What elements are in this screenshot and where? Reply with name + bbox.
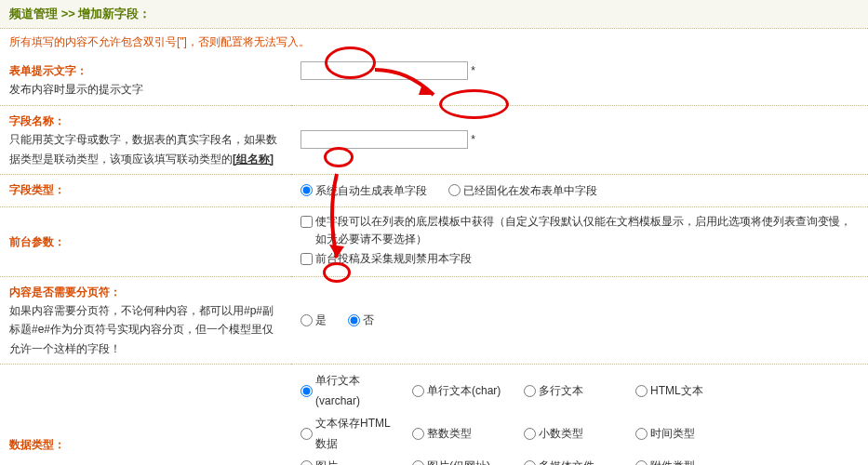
input-field-name[interactable]	[300, 130, 468, 149]
annotation-arrow-1	[370, 65, 454, 112]
svg-marker-1	[329, 245, 344, 258]
required-star: *	[471, 64, 475, 77]
radio-datatype-option[interactable]: 小数类型	[524, 413, 617, 454]
label-prompt-title: 表单提示文字：	[9, 61, 282, 80]
radio-datatype-option[interactable]: 单行文本(char)	[412, 370, 505, 411]
label-pagebreak-title: 内容是否需要分页符：	[9, 283, 282, 301]
annotation-arrow-2	[326, 172, 372, 265]
breadcrumb-page: 增加新字段：	[78, 7, 151, 20]
radio-datatype-option[interactable]: 文本保存HTML数据	[300, 413, 394, 454]
label-pagebreak-desc: 如果内容需要分页符，不论何种内容，都可以用#p#副标题#e#作为分页符号实现内容…	[9, 304, 274, 355]
radio-fieldtype-fixed[interactable]: 已经固化在发布表单中字段	[448, 180, 597, 201]
checkbox-listable[interactable]	[300, 216, 313, 228]
checkbox-disable-front[interactable]	[300, 253, 313, 265]
form-table: 表单提示文字： 发布内容时显示的提示文字 * 字段名称： 只能用英文字母或数字，…	[0, 56, 868, 465]
label-fieldtype-title: 字段类型：	[9, 180, 282, 199]
checkbox-listable-label: 使字段可以在列表的底层模板中获得（自定义字段默认仅能在文档模板显示，启用此选项将…	[315, 213, 859, 248]
label-prompt-desc: 发布内容时显示的提示文字	[9, 83, 143, 96]
radio-datatype-option[interactable]: 多行文本	[524, 370, 617, 411]
group-name-link[interactable]: [组名称]	[233, 153, 274, 166]
datatype-grid: 单行文本 (varchar)单行文本(char)多行文本HTML文本文本保存HT…	[300, 370, 859, 465]
radio-datatype-option[interactable]: 多媒体文件	[524, 456, 617, 465]
label-datatype-title: 数据类型：	[9, 435, 282, 454]
breadcrumb: 频道管理 >> 增加新字段：	[0, 0, 868, 29]
label-name-desc: 只能用英文字母或数字，数据表的真实字段名，如果数据类型是联动类型，该项应该填写联…	[9, 133, 277, 165]
label-name-title: 字段名称：	[9, 112, 282, 130]
radio-page-no[interactable]: 否	[348, 310, 374, 330]
radio-page-yes[interactable]: 是	[300, 310, 327, 330]
warning-text: 所有填写的内容不允许包含双引号["]，否则配置将无法写入。	[0, 29, 868, 56]
breadcrumb-section: 频道管理	[9, 7, 58, 20]
label-front-title: 前台参数：	[9, 232, 282, 251]
radio-datatype-option[interactable]: 图片(仅网址)	[412, 456, 505, 465]
breadcrumb-sep: >>	[61, 7, 75, 20]
radio-datatype-option[interactable]: 整数类型	[412, 413, 505, 454]
radio-datatype-option[interactable]: 图片	[300, 456, 394, 465]
radio-datatype-option[interactable]: 时间类型	[635, 413, 728, 454]
required-star: *	[471, 133, 475, 146]
radio-datatype-option[interactable]: HTML文本	[635, 370, 728, 411]
radio-datatype-option[interactable]: 附件类型	[635, 456, 728, 465]
radio-datatype-option[interactable]: 单行文本 (varchar)	[300, 370, 394, 411]
